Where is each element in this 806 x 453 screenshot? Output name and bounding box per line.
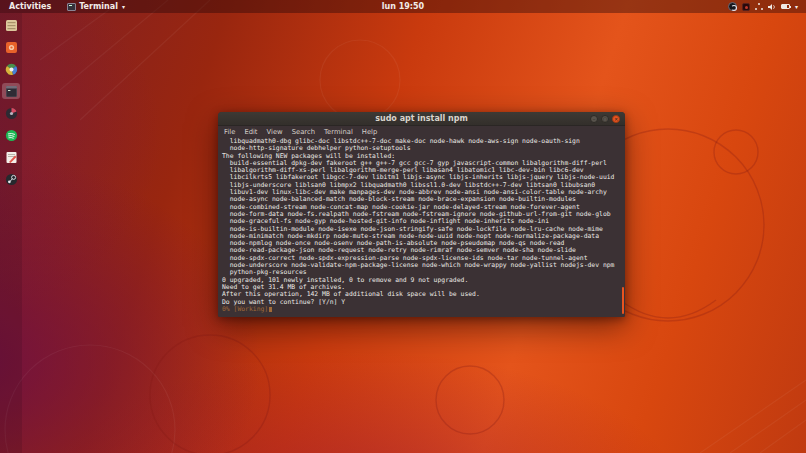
dock-item-spotify[interactable]: [2, 127, 20, 143]
terminal-menu-item[interactable]: View: [267, 128, 283, 136]
terminal-progress-line: 0% [Working]: [222, 306, 625, 313]
terminal-output[interactable]: libquadmath0-dbg glibc-doc libstdc++-7-d…: [218, 137, 625, 317]
maximize-icon[interactable]: ▢: [601, 115, 609, 123]
app-indicator-square-icon[interactable]: [742, 3, 750, 11]
terminal-titlebar[interactable]: sudo apt install npm – ▢ ✕: [218, 112, 625, 126]
terminal-menu-item[interactable]: Help: [362, 128, 378, 136]
desktop: Activities Terminal ▾ lun 19:50 ▾: [0, 0, 806, 453]
dock-item-text-editor[interactable]: [2, 149, 20, 165]
dock-item-terminal[interactable]: [2, 83, 20, 99]
software-icon: [5, 41, 18, 54]
terminal-app-icon: [67, 3, 76, 11]
minimize-icon[interactable]: –: [590, 115, 598, 123]
dock-item-software[interactable]: [2, 39, 20, 55]
terminal-window-title: sudo apt install npm: [375, 114, 468, 123]
terminal-scrollbar[interactable]: [622, 287, 624, 314]
steam-icon: [5, 173, 18, 186]
app-menu[interactable]: Terminal ▾: [60, 0, 132, 13]
dock-item-files[interactable]: [2, 17, 20, 33]
browser-icon: [5, 63, 18, 76]
system-menu-caret-icon[interactable]: ▾: [795, 3, 798, 10]
volume-icon[interactable]: [768, 3, 776, 11]
files-icon: [5, 19, 18, 32]
app-menu-label: Terminal: [79, 2, 118, 11]
dock: [0, 13, 22, 453]
terminal-cursor: [269, 307, 272, 312]
battery-icon[interactable]: [781, 4, 790, 9]
terminal-icon: [5, 85, 18, 98]
dock-item-browser[interactable]: [2, 61, 20, 77]
terminal-menu-item[interactable]: Edit: [244, 128, 257, 136]
activities-button[interactable]: Activities: [0, 0, 60, 13]
terminal-menu-item[interactable]: Terminal: [324, 128, 353, 136]
chevron-down-icon: ▾: [122, 3, 125, 10]
dock-item-steam[interactable]: [2, 171, 20, 187]
text-editor-icon: [5, 151, 18, 164]
network-icon[interactable]: [755, 3, 763, 10]
terminal-menubar: FileEditViewSearchTerminalHelp: [218, 126, 625, 137]
terminal-output-line: Do you want to continue? [Y/n] Y: [222, 299, 625, 306]
top-panel: Activities Terminal ▾ lun 19:50 ▾: [0, 0, 806, 13]
terminal-menu-item[interactable]: File: [224, 128, 235, 136]
terminal-menu-item[interactable]: Search: [292, 128, 315, 136]
progress-text: 0% [Working]: [222, 306, 268, 313]
dock-item-media-player[interactable]: [2, 105, 20, 121]
spotify-icon: [5, 129, 18, 142]
media-player-icon: [5, 107, 18, 120]
app-indicator-circle-icon[interactable]: [728, 2, 737, 11]
terminal-window: sudo apt install npm – ▢ ✕ FileEditViewS…: [218, 112, 625, 317]
close-icon[interactable]: ✕: [612, 115, 620, 123]
terminal-output-lines: libquadmath0-dbg glibc-doc libstdc++-7-d…: [222, 138, 625, 306]
clock[interactable]: lun 19:50: [382, 0, 424, 13]
